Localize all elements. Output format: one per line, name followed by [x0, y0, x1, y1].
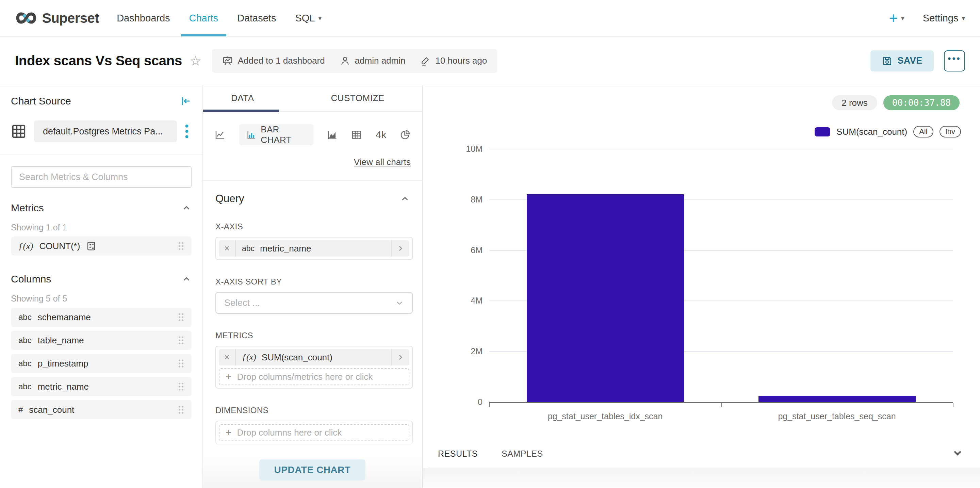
dimensions-label: DIMENSIONS	[215, 405, 410, 415]
new-item-button[interactable]: +▾	[889, 10, 904, 27]
nav-datasets[interactable]: Datasets	[228, 0, 285, 37]
user-icon	[340, 56, 350, 66]
drag-handle-icon[interactable]	[178, 358, 184, 369]
view-all-charts-link[interactable]: View all charts	[203, 157, 422, 167]
column-item[interactable]: #scan_count	[11, 400, 192, 419]
viz-type-4k[interactable]: 4k	[375, 129, 387, 141]
chevron-down-icon	[395, 299, 404, 307]
nav-sql[interactable]: SQL▾	[285, 0, 331, 37]
chevron-up-icon[interactable]	[400, 194, 410, 204]
modified-meta[interactable]: 10 hours ago	[420, 56, 487, 66]
drag-handle-icon[interactable]	[178, 381, 184, 392]
gridline	[489, 149, 953, 149]
update-chart-button[interactable]: UPDATE CHART	[259, 459, 366, 480]
dataset-table-icon	[11, 124, 27, 139]
drag-handle-icon[interactable]	[178, 241, 184, 251]
owner-meta[interactable]: admin admin	[340, 56, 406, 66]
column-item-label: metric_name	[38, 381, 89, 392]
results-panel: RESULTS SAMPLES	[423, 441, 980, 488]
superset-logo[interactable]: Superset	[15, 11, 99, 26]
remove-icon[interactable]: ×	[219, 240, 236, 257]
tab-customize[interactable]: CUSTOMIZE	[331, 85, 384, 111]
function-prefix: ƒ(x)	[242, 352, 256, 362]
bar-pg_stat_user_tables_idx_scan[interactable]	[527, 194, 684, 402]
pie-chart-icon[interactable]	[400, 129, 411, 141]
metrics-section-title: Metrics	[11, 202, 44, 214]
x-axis-category-label: pg_stat_user_tables_idx_scan	[548, 412, 663, 421]
tab-samples[interactable]: SAMPLES	[501, 449, 543, 459]
function-prefix: ƒ(x)	[18, 241, 33, 251]
save-button[interactable]: SAVE	[870, 50, 934, 72]
dataset-name[interactable]: default.Postgres Metrics Pa...	[34, 121, 177, 142]
query-section-title: Query	[215, 192, 244, 205]
bar-chart-icon	[247, 129, 256, 140]
drag-handle-icon[interactable]	[178, 405, 184, 415]
chevron-right-icon[interactable]	[391, 349, 409, 366]
settings-menu[interactable]: Settings▾	[923, 13, 965, 24]
metrics-showing-count: Showing 1 of 1	[11, 223, 192, 232]
column-item[interactable]: abcmetric_name	[11, 377, 192, 396]
drag-handle-icon[interactable]	[178, 335, 184, 345]
drag-handle-icon[interactable]	[178, 312, 184, 322]
y-axis-tick-label: 0	[455, 397, 482, 407]
y-axis-tick-label: 6M	[455, 245, 482, 255]
metric-item[interactable]: ƒ(x)COUNT(*)	[11, 237, 192, 256]
table-icon[interactable]	[351, 129, 362, 141]
infinity-logo-icon	[15, 11, 37, 25]
more-actions-button[interactable]: •••	[944, 50, 965, 72]
chart-source-title: Chart Source	[11, 95, 71, 107]
viz-type-bar-chart[interactable]: BAR CHART	[239, 124, 313, 145]
datasource-panel: Chart Source default.Postgres Metrics Pa…	[0, 85, 203, 488]
columns-showing-count: Showing 5 of 5	[11, 294, 192, 304]
metric-value: SUM(scan_count)	[262, 352, 332, 363]
chevron-up-icon[interactable]	[181, 203, 192, 213]
chevron-right-icon[interactable]	[391, 240, 409, 257]
collapse-results-chevron-icon[interactable]	[951, 447, 964, 459]
caret-down-icon: ▾	[901, 14, 904, 22]
bar-chart-canvas: 02M4M6M8M10Mpg_stat_user_tables_idx_scan…	[423, 85, 980, 488]
bar-pg_stat_user_tables_seq_scan[interactable]	[759, 396, 916, 402]
area-chart-icon[interactable]	[327, 129, 338, 141]
x-axis-tick	[489, 403, 490, 407]
column-item-label: scan_count	[29, 405, 74, 415]
metrics-label: METRICS	[215, 331, 410, 340]
results-body	[423, 468, 980, 488]
page-title: Index scans Vs Seq scans	[15, 53, 182, 68]
x-axis-value-pill[interactable]: × abc metric_name	[219, 240, 409, 257]
column-item[interactable]: abcp_timestamp	[11, 354, 192, 373]
x-axis-sort-select[interactable]: Select ...	[215, 292, 413, 314]
remove-icon[interactable]: ×	[219, 349, 236, 366]
metric-value-pill[interactable]: × ƒ(x) SUM(scan_count)	[219, 349, 409, 366]
favorite-star-icon[interactable]: ☆	[189, 53, 202, 69]
save-icon	[882, 56, 892, 66]
calculator-icon	[86, 241, 96, 251]
metrics-dropzone[interactable]: + Drop columns/metrics here or click	[219, 368, 409, 385]
dashboards-meta[interactable]: Added to 1 dashboard	[222, 56, 325, 66]
collapse-panel-icon[interactable]	[180, 95, 192, 107]
line-chart-icon[interactable]	[215, 129, 226, 141]
column-type-prefix: abc	[18, 312, 32, 322]
search-input[interactable]	[11, 166, 192, 188]
column-item[interactable]: abcschemaname	[11, 308, 192, 327]
tab-data[interactable]: DATA	[231, 85, 254, 111]
plus-icon: +	[226, 371, 232, 383]
divider	[0, 154, 202, 155]
chart-header: Index scans Vs Seq scans ☆ Added to 1 da…	[0, 37, 980, 85]
column-item-label: p_timestamp	[38, 358, 89, 369]
column-item[interactable]: abctable_name	[11, 331, 192, 350]
caret-down-icon: ▾	[962, 14, 965, 22]
x-axis-label: X-AXIS	[215, 222, 410, 231]
dataset-options-icon[interactable]	[185, 124, 189, 139]
metrics-field: × ƒ(x) SUM(scan_count) + Drop columns/me…	[215, 346, 413, 389]
nav-dashboards[interactable]: Dashboards	[107, 0, 179, 37]
controls-panel: DATA CUSTOMIZE BAR CHART	[203, 85, 423, 488]
pencil-icon	[420, 56, 430, 66]
chevron-up-icon[interactable]	[181, 274, 192, 284]
brand-name: Superset	[42, 11, 99, 26]
dashboard-icon	[222, 56, 233, 66]
tab-results[interactable]: RESULTS	[438, 449, 478, 459]
column-item-label: table_name	[38, 335, 84, 346]
metric-item-label: COUNT(*)	[39, 241, 80, 251]
nav-charts[interactable]: Charts	[180, 0, 228, 37]
y-axis-tick-label: 8M	[455, 194, 482, 204]
